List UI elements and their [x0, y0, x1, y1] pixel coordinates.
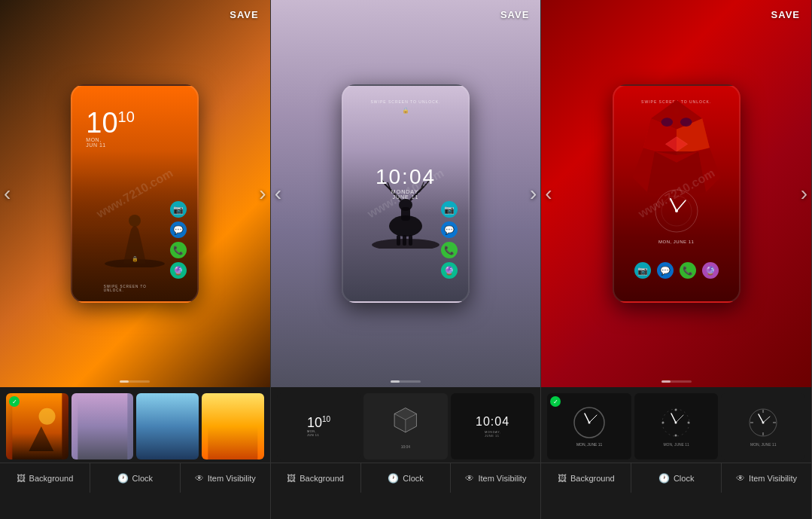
clock-tab-icon-1: 🕐 — [117, 473, 129, 484]
time-display-2: 10:04 MONDAY, JUNE 11 — [376, 165, 436, 200]
phone-icons-1: 📷 💬 📞 🔮 — [170, 201, 187, 279]
svg-point-31 — [661, 118, 673, 127]
camera-icon-3[interactable]: 📷 — [634, 262, 651, 279]
phone-icon-2[interactable]: 📞 — [441, 242, 458, 258]
svg-point-50 — [675, 435, 677, 437]
thumb-clock-digital-1: 1010 MON,JUN 11 — [303, 411, 335, 441]
visibility-tab-label-2: Item Visibility — [478, 474, 526, 483]
background-tab-icon-2: 🖼 — [287, 473, 296, 484]
next-arrow-2[interactable]: › — [530, 182, 537, 206]
thumbnail-1-4[interactable] — [202, 393, 264, 459]
phone-icon-3[interactable]: 📞 — [680, 262, 696, 279]
tab-clock-2[interactable]: 🕐 Clock — [361, 463, 452, 493]
thumbnails-row-1: ✓ — [0, 387, 270, 463]
phone-icon-1[interactable]: 📞 — [170, 242, 187, 258]
apps-icon-1[interactable]: 🔮 — [170, 262, 187, 279]
message-icon-3[interactable]: 💬 — [657, 262, 674, 279]
thumbnail-3-1[interactable]: ✓ MON, JUNE 11 — [547, 393, 631, 459]
phone-content-1: 1010 MON, JUN 11 📷 — [72, 86, 197, 301]
next-arrow-1[interactable]: › — [259, 182, 266, 206]
camera-icon-2[interactable]: 📷 — [441, 201, 458, 218]
svg-rect-4 — [78, 393, 127, 459]
thumbnail-1-2[interactable] — [71, 393, 134, 459]
progress-indicator-3 — [661, 380, 671, 383]
svg-line-41 — [677, 200, 686, 211]
thumbnails-row-2: 1010 MON,JUN 11 10:04 — [271, 387, 541, 463]
tab-visibility-3[interactable]: 👁 Item Visibility — [722, 463, 811, 493]
phone-content-2: SWIPE SCREEN TO UNLOCK. 🔒 — [343, 86, 468, 301]
phone-content-3: SWIPE SCREEN TO UNLOCK. 🔒 — [614, 86, 739, 301]
visibility-tab-icon-3: 👁 — [736, 473, 745, 484]
phone-icons-3: 📷 💬 📞 🔮 — [634, 262, 719, 279]
svg-rect-5 — [143, 393, 193, 459]
prev-arrow-3[interactable]: ‹ — [545, 182, 552, 206]
thumb-clock-digital-3: 10:04 MONDAY,JUNE 11 — [451, 393, 535, 459]
thumbnail-1-1[interactable]: ✓ — [6, 393, 68, 459]
message-icon-1[interactable]: 💬 — [170, 221, 187, 238]
tab-clock-3[interactable]: 🕐 Clock — [631, 463, 722, 493]
message-icon-2[interactable]: 💬 — [441, 221, 458, 238]
bottom-bar-3: ✓ MON, JUNE 11 — [541, 387, 811, 519]
svg-line-60 — [759, 414, 763, 423]
svg-line-53 — [676, 415, 683, 423]
save-button-1[interactable]: SAVE — [230, 9, 258, 20]
tab-background-3[interactable]: 🖼 Background — [541, 463, 631, 493]
thumbnail-2-1[interactable]: 1010 MON,JUN 11 — [277, 393, 361, 459]
svg-point-42 — [675, 209, 678, 212]
progress-bar-1 — [120, 380, 150, 383]
apps-icon-3[interactable]: 🔮 — [702, 262, 719, 279]
thumbnail-3-2[interactable]: MON, JUNE 11 — [634, 393, 719, 459]
svg-rect-19 — [397, 235, 400, 246]
tab-clock-1[interactable]: 🕐 Clock — [90, 463, 181, 493]
phone-frame-2: SWIPE SCREEN TO UNLOCK. 🔒 — [342, 84, 470, 303]
tab-visibility-1[interactable]: 👁 Item Visibility — [181, 463, 270, 493]
thumbnail-2-2[interactable]: 10:04 — [363, 393, 448, 459]
prev-arrow-1[interactable]: ‹ — [4, 182, 11, 206]
camera-icon-1[interactable]: 📷 — [170, 201, 187, 218]
svg-point-48 — [675, 409, 677, 411]
phone-icons-2: 📷 💬 📞 🔮 — [441, 201, 458, 279]
progress-indicator-2 — [391, 380, 400, 383]
background-tab-label-2: Background — [300, 474, 344, 483]
svg-rect-20 — [403, 235, 406, 246]
swipe-top-2: SWIPE SCREEN TO UNLOCK. — [370, 99, 440, 104]
date-line2-1: JUN 11 — [86, 142, 135, 148]
progress-bar-2 — [391, 380, 421, 383]
clock-tab-icon-2: 🕐 — [388, 473, 399, 484]
swipe-text-1: SWIPE SCREEN TO UNLOCK. — [104, 285, 166, 292]
svg-point-46 — [588, 422, 590, 424]
save-button-2[interactable]: SAVE — [500, 9, 529, 20]
thumbnail-2-3[interactable]: 10:04 MONDAY,JUNE 11 — [451, 393, 535, 459]
phone-preview-2: www.7210.com SAVE ‹ › SWIPE SCREEN TO UN… — [271, 0, 541, 387]
thumb-clock-3-3: MON, JUNE 11 — [721, 393, 805, 459]
svg-rect-21 — [409, 235, 412, 246]
svg-point-51 — [662, 422, 665, 424]
phone-preview-3: www.7210.com SAVE ‹ › SWIPE SCREEN TO UN… — [541, 0, 811, 387]
svg-rect-6 — [208, 393, 257, 459]
tab-visibility-2[interactable]: 👁 Item Visibility — [451, 463, 540, 493]
save-button-3[interactable]: SAVE — [771, 9, 800, 20]
apps-icon-2[interactable]: 🔮 — [441, 262, 458, 279]
prev-arrow-2[interactable]: ‹ — [275, 182, 281, 206]
phone-frame-3: SWIPE SCREEN TO UNLOCK. 🔒 — [613, 84, 741, 303]
thumbnail-3-3[interactable]: MON, JUNE 11 — [721, 393, 805, 459]
thumbnail-1-3[interactable] — [136, 393, 199, 459]
clock-tab-icon-3: 🕐 — [658, 473, 670, 484]
tab-background-2[interactable]: 🖼 Background — [271, 463, 361, 493]
lock-icon-1: 🔒 — [132, 256, 138, 262]
svg-line-44 — [585, 414, 589, 423]
thumb-clock-3-2: MON, JUNE 11 — [634, 393, 719, 459]
thumbnails-row-3: ✓ MON, JUNE 11 — [541, 387, 811, 463]
tab-background-1[interactable]: 🖼 Background — [0, 463, 90, 493]
bottom-bar-1: ✓ — [0, 387, 270, 519]
date-line2-2: JUNE 11 — [376, 194, 436, 200]
progress-indicator-1 — [120, 380, 129, 383]
svg-line-61 — [763, 417, 770, 423]
clock-tab-label-3: Clock — [674, 474, 695, 483]
next-arrow-3[interactable]: › — [801, 182, 807, 206]
clock-tab-label-1: Clock — [132, 474, 154, 483]
svg-point-3 — [39, 408, 56, 425]
visibility-tab-label-1: Item Visibility — [208, 474, 256, 483]
date-3: MON, JUNE 11 — [658, 240, 694, 244]
visibility-tab-label-3: Item Visibility — [749, 474, 797, 483]
